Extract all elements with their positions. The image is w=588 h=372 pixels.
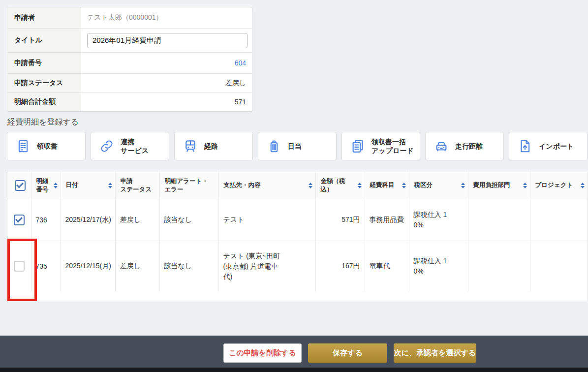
header-label: 明細アラート・ <box>165 177 216 186</box>
cell-category: 電車代 <box>365 241 409 292</box>
train-icon <box>183 139 198 154</box>
request-number-label: 申請番号 <box>7 53 81 73</box>
daily-allowance-button[interactable]: 日当 <box>258 132 337 160</box>
sort-icon[interactable] <box>402 183 406 188</box>
tool-button-label-line1: 領収書一括 <box>371 138 406 146</box>
file-upload-icon <box>518 139 532 154</box>
header-alert-error: 明細アラート・ エラー <box>159 172 218 199</box>
form-row-request-number: 申請番号 604 <box>7 53 252 74</box>
cell-payee: テスト <box>218 199 315 241</box>
header-label: 経費科目 <box>370 181 395 189</box>
cell-payee: テスト (東京~田町 (東京都) 片道電車代) <box>218 241 315 292</box>
header-date[interactable]: 日付 <box>61 172 115 199</box>
sort-icon[interactable] <box>461 183 465 188</box>
bottom-strip <box>0 368 588 372</box>
cell-date: 2025/12/15(月) <box>61 241 115 292</box>
bulk-receipt-upload-button[interactable]: 領収書一括 アップロード <box>341 132 420 160</box>
header-status: 申請 ステータス <box>115 172 159 199</box>
applicant-label: 申請者 <box>7 7 81 28</box>
tool-button-label-line2: サービス <box>121 147 149 155</box>
linked-services-button[interactable]: 連携 サービス <box>91 132 169 160</box>
header-label: 明細 <box>36 177 49 186</box>
cell-status: 差戻し <box>115 199 159 241</box>
header-tax[interactable]: 税区分 <box>409 172 468 199</box>
total-amount-value: 571 <box>81 93 252 111</box>
tool-button-label-line1: 連携 <box>121 138 134 146</box>
header-label: 費用負担部門 <box>473 181 510 189</box>
form-row-title: タイトル <box>7 29 252 53</box>
header-label: 番号 <box>36 186 49 194</box>
cell-detail-number: 735 <box>31 241 61 292</box>
header-department[interactable]: 費用負担部門 <box>468 172 530 199</box>
cell-alert: 該当なし <box>159 199 218 241</box>
header-label: ステータス <box>121 186 156 194</box>
select-all-checkbox[interactable] <box>15 180 26 191</box>
receipt-stack-icon <box>350 139 365 154</box>
tool-button-label: インポート <box>539 142 574 151</box>
sort-icon[interactable] <box>358 183 362 188</box>
header-label: 支払先・内容 <box>224 181 261 189</box>
receipt-button[interactable]: 領収書 <box>7 132 86 160</box>
table-row: 736 2025/12/17(水) 差戻し 該当なし テスト 571円 事務用品… <box>7 199 588 241</box>
cell-project <box>530 241 588 292</box>
cell-department <box>468 241 530 292</box>
total-amount-label: 明細合計金額 <box>7 93 81 111</box>
title-label: タイトル <box>7 29 81 52</box>
link-icon <box>99 139 114 154</box>
form-row-applicant: 申請者 テスト太郎（0000001） <box>7 7 252 29</box>
route-button[interactable]: 経路 <box>174 132 253 160</box>
tool-button-label: 経路 <box>204 142 218 151</box>
cell-department <box>468 199 530 241</box>
cell-amount: 167円 <box>315 241 365 292</box>
tool-button-label-line2: アップロード <box>371 147 414 155</box>
cell-detail-number: 736 <box>31 199 61 241</box>
status-value: 差戻し <box>81 74 252 92</box>
cell-date: 2025/12/17(水) <box>61 199 115 241</box>
select-approver-button[interactable]: 次に、承認者を選択する <box>394 343 476 363</box>
save-button[interactable]: 保存する <box>308 343 387 363</box>
import-button[interactable]: インポート <box>509 132 588 160</box>
cell-status: 差戻し <box>115 241 159 292</box>
row-checkbox[interactable] <box>14 261 25 272</box>
expense-detail-table: 明細 番号 日付 申請 ステータス <box>7 172 588 301</box>
sort-icon[interactable] <box>523 183 527 188</box>
form-row-total: 明細合計金額 571 <box>7 93 252 111</box>
row-checkbox[interactable] <box>14 215 25 225</box>
cell-project <box>530 199 588 241</box>
cell-amount: 571円 <box>315 199 365 241</box>
header-label: 税区分 <box>414 181 433 189</box>
header-project[interactable]: プロジェクト <box>530 172 588 199</box>
header-label: プロジェクト <box>535 181 573 189</box>
receipt-icon <box>16 139 31 154</box>
status-label: 申請ステータス <box>7 74 81 92</box>
header-label: 金額（税込） <box>321 177 357 194</box>
table-header-row: 明細 番号 日付 申請 ステータス <box>7 172 588 199</box>
tool-button-label: 日当 <box>288 142 302 151</box>
header-label: 日付 <box>66 181 78 189</box>
section-title: 経費明細を登録する <box>7 117 79 127</box>
table-row: 735 2025/12/15(月) 差戻し 該当なし テスト (東京~田町 (東… <box>7 241 588 292</box>
tool-button-label: 走行距離 <box>455 142 483 151</box>
header-category[interactable]: 経費科目 <box>365 172 409 199</box>
sort-icon[interactable] <box>108 183 112 188</box>
form-row-status: 申請ステータス 差戻し <box>7 74 252 93</box>
tool-button-label: 領収書 <box>37 142 58 151</box>
delete-request-button[interactable]: この申請を削除する <box>223 343 302 363</box>
header-label: エラー <box>165 186 216 194</box>
cell-alert: 該当なし <box>159 241 218 292</box>
header-detail-number[interactable]: 明細 番号 <box>31 172 61 199</box>
cell-tax: 課税仕入 10% <box>409 241 468 292</box>
cell-category: 事務用品費 <box>365 199 409 241</box>
mileage-button[interactable]: 走行距離 <box>425 132 504 160</box>
footer-action-bar: この申請を削除する 保存する 次に、承認者を選択する <box>0 336 588 368</box>
title-input[interactable] <box>87 33 248 48</box>
sort-icon[interactable] <box>581 183 585 188</box>
header-amount[interactable]: 金額（税込） <box>315 172 365 199</box>
applicant-value: テスト太郎（0000001） <box>81 7 252 28</box>
request-number-link[interactable]: 604 <box>235 59 246 67</box>
sort-icon[interactable] <box>54 183 58 188</box>
car-icon <box>434 139 449 154</box>
sort-icon[interactable] <box>309 183 312 188</box>
request-summary-form: 申請者 テスト太郎（0000001） タイトル 申請番号 604 申請ステータス… <box>7 7 252 112</box>
header-payee[interactable]: 支払先・内容 <box>218 172 315 199</box>
